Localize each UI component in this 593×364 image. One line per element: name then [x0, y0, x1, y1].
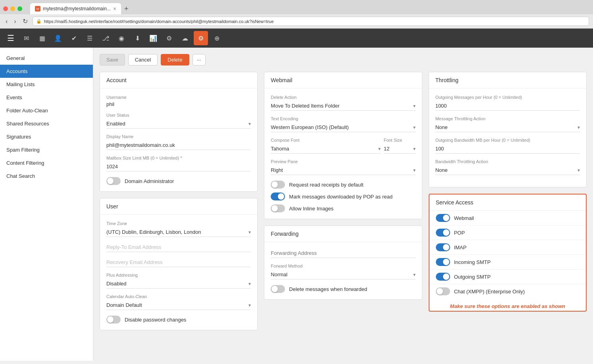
forward-button[interactable]: ›	[12, 17, 17, 26]
imap-service-toggle[interactable]	[436, 243, 450, 251]
tasks-icon[interactable]: ✔	[67, 31, 81, 45]
sidebar-item-signatures[interactable]: Signatures	[0, 130, 93, 143]
compose-font-field-group: Compose Font Tahoma ▾ Font Size	[271, 138, 415, 154]
account-card: Account Username phil User Status Enable…	[100, 72, 258, 192]
imap-service-label: IMAP	[454, 245, 467, 250]
account-card-header: Account	[100, 72, 257, 89]
menu-button[interactable]: ☰	[4, 31, 17, 45]
sitemap-icon[interactable]: ⎇	[98, 31, 113, 45]
calendar-auto-clean-chevron: ▾	[248, 302, 251, 308]
text-encoding-label: Text Encoding	[271, 116, 415, 121]
mailbox-size-field-group: Mailbox Size Limit MB (0 = Unlimited) *	[106, 156, 251, 171]
save-button[interactable]: Save	[100, 54, 125, 65]
timezone-value: (UTC) Dublin, Edinburgh, Lisbon, London	[106, 229, 201, 235]
delete-action-field-group: Delete Action Move To Deleted Items Fold…	[271, 95, 415, 111]
new-tab-button[interactable]: +	[121, 5, 132, 13]
sidebar-item-chat-search[interactable]: Chat Search	[0, 169, 93, 183]
text-encoding-field-group: Text Encoding Western European (ISO) (De…	[271, 116, 415, 132]
sidebar-item-shared-resources[interactable]: Shared Resources	[0, 117, 93, 130]
allow-inline-toggle-row: Allow Inline Images	[271, 204, 415, 212]
delete-action-select[interactable]: Move To Deleted Items Folder ▾	[271, 101, 415, 111]
text-encoding-chevron: ▾	[413, 125, 416, 130]
rss-icon[interactable]: ◉	[114, 31, 129, 45]
pop-service-toggle[interactable]	[436, 229, 450, 237]
sidebar-item-spam-filtering[interactable]: Spam Filtering	[0, 143, 93, 156]
forward-method-field-group: Forward Method Normal ▾	[271, 264, 415, 279]
sidebar-item-events[interactable]: Events	[0, 91, 93, 104]
font-size-select[interactable]: 12 ▾	[384, 144, 416, 154]
bw-throttling-chevron: ▾	[578, 168, 580, 173]
timezone-select[interactable]: (UTC) Dublin, Edinburgh, Lisbon, London …	[106, 227, 251, 237]
mark-downloaded-toggle[interactable]	[271, 193, 285, 200]
back-button[interactable]: ‹	[4, 17, 9, 26]
sidebar-item-accounts[interactable]: Accounts	[0, 65, 93, 78]
message-throttling-select[interactable]: None ▾	[435, 123, 580, 132]
read-receipts-toggle[interactable]	[271, 181, 285, 189]
url-bar[interactable]: 🔒 https://mail5.hostinguk.net/interface/…	[33, 17, 589, 26]
domain-admin-toggle[interactable]	[106, 177, 121, 185]
service-row-webmail: Webmail	[429, 211, 586, 225]
activesync-icon[interactable]: ⬇	[130, 31, 144, 45]
read-receipts-toggle-row: Request read receipts by default	[271, 181, 415, 189]
disable-password-toggle[interactable]	[106, 316, 121, 324]
outgoing-smtp-service-toggle[interactable]	[436, 273, 450, 281]
delete-action-value: Move To Deleted Items Folder	[271, 103, 339, 109]
compose-font-value: Tahoma	[271, 146, 289, 152]
display-name-input[interactable]: phil@mytestmaildomain.co.uk	[106, 141, 251, 150]
webmail-service-toggle[interactable]	[436, 214, 450, 222]
reload-button[interactable]: ↻	[21, 17, 29, 26]
text-encoding-select[interactable]: Western European (ISO) (Default) ▾	[271, 123, 415, 132]
chat-service-toggle[interactable]	[436, 287, 450, 295]
read-receipts-label: Request read receipts by default	[289, 182, 363, 188]
traffic-lights	[3, 6, 22, 11]
outgoing-bw-field-group: Outgoing Bandwidth MB per Hour (0 = Unli…	[435, 138, 580, 154]
forwarding-card-header: Forwarding	[264, 226, 422, 242]
contacts-icon[interactable]: 👤	[51, 31, 65, 45]
delete-when-forwarded-label: Delete messages when forwarded	[289, 286, 367, 292]
active-tab[interactable]: M mytestma@mytestmaildomain... ×	[30, 3, 121, 14]
recovery-email-field-group	[106, 258, 251, 267]
incoming-smtp-service-toggle[interactable]	[436, 258, 450, 266]
calendar-icon[interactable]: ▦	[35, 31, 49, 45]
maximize-traffic-light[interactable]	[17, 6, 22, 11]
delete-button[interactable]: Delete	[161, 54, 189, 65]
timezone-chevron: ▾	[248, 229, 251, 235]
sidebar-item-content-filtering[interactable]: Content Filtering	[0, 156, 93, 169]
plus-addressing-select[interactable]: Disabled ▾	[106, 279, 251, 289]
recovery-email-input[interactable]	[106, 258, 251, 267]
username-label: Username	[106, 95, 251, 100]
minimize-traffic-light[interactable]	[10, 6, 15, 11]
sidebar-item-folder-auto-clean[interactable]: Folder Auto-Clean	[0, 104, 93, 117]
mail-icon[interactable]: ✉	[19, 31, 33, 45]
bw-throttling-select[interactable]: None ▾	[435, 166, 580, 175]
plus-icon[interactable]: ⊕	[210, 31, 224, 45]
notes-icon[interactable]: ☰	[83, 31, 97, 45]
preview-pane-field-group: Preview Pane Right ▾	[271, 159, 415, 175]
sidebar-item-general[interactable]: General	[0, 52, 93, 65]
settings-icon[interactable]: ⚙	[162, 31, 176, 45]
admin-icon[interactable]: ⚙	[194, 31, 208, 45]
compose-font-select[interactable]: Tahoma ▾	[271, 144, 380, 154]
close-traffic-light[interactable]	[3, 6, 8, 11]
outgoing-per-hour-input[interactable]	[435, 101, 580, 111]
forwarding-address-input[interactable]	[271, 248, 415, 258]
more-button[interactable]: ···	[193, 54, 206, 65]
calendar-auto-clean-select[interactable]: Domain Default ▾	[106, 300, 251, 310]
outgoing-bw-input[interactable]	[435, 144, 580, 154]
cancel-button[interactable]: Cancel	[128, 54, 158, 65]
cloud-icon[interactable]: ☁	[178, 31, 192, 45]
sidebar-item-mailing-lists[interactable]: Mailing Lists	[0, 78, 93, 91]
mailbox-size-input[interactable]	[106, 162, 251, 171]
reply-to-input[interactable]	[106, 243, 251, 252]
username-field-group: Username phil	[106, 95, 251, 107]
tab-close-button[interactable]: ×	[113, 6, 116, 12]
preview-pane-select[interactable]: Right ▾	[271, 166, 415, 175]
user-status-select[interactable]: Enabled ▾	[106, 119, 251, 129]
column-2: Webmail Delete Action Move To Deleted It…	[264, 72, 422, 330]
forward-method-select[interactable]: Normal ▾	[271, 270, 415, 279]
sidebar: General Accounts Mailing Lists Events Fo…	[0, 48, 93, 361]
delete-when-forwarded-toggle[interactable]	[271, 285, 285, 293]
user-card: User Time Zone (UTC) Dublin, Edinburgh, …	[100, 198, 258, 330]
allow-inline-toggle[interactable]	[271, 204, 285, 212]
stats-icon[interactable]: 📊	[146, 31, 160, 45]
